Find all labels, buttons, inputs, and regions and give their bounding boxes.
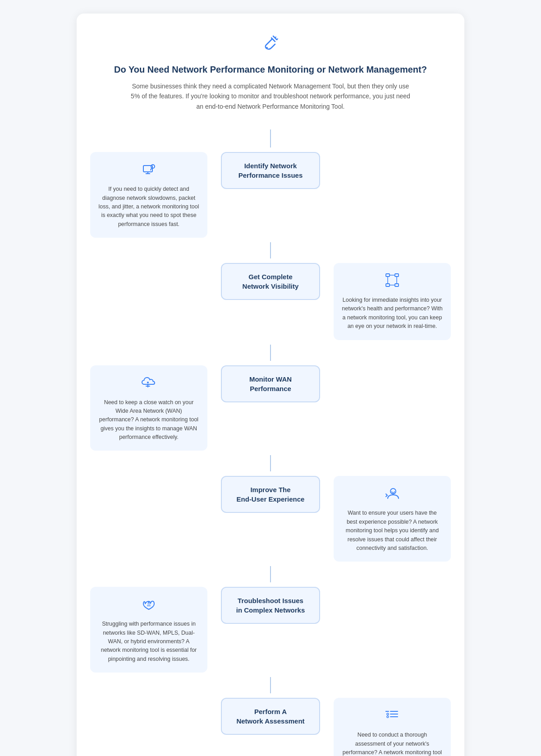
svg-point-23 — [387, 716, 389, 718]
svg-rect-8 — [395, 284, 399, 286]
box-enduser: Improve TheEnd-User Experience — [221, 476, 320, 513]
left-text-troubleshoot: Struggling with performance issues in ne… — [98, 620, 199, 664]
box-label-visibility: Get CompleteNetwork Visibility — [231, 272, 310, 291]
svg-rect-6 — [395, 274, 399, 277]
center-troubleshoot: Troubleshoot Issuesin Complex Networks — [221, 587, 320, 624]
center-identify: Identify NetworkPerformance Issues — [221, 152, 320, 189]
complex-network-icon — [141, 596, 157, 615]
box-label-assessment: Perform ANetwork Assessment — [231, 707, 310, 726]
center-wan: Monitor WANPerformance — [221, 365, 320, 402]
left-text-wan: Need to keep a close watch on your Wide … — [98, 398, 199, 442]
right-text-visibility: Looking for immediate insights into your… — [342, 296, 443, 331]
svg-point-0 — [266, 47, 268, 49]
svg-point-13 — [147, 382, 149, 383]
svg-point-15 — [148, 601, 150, 603]
box-wan: Monitor WANPerformance — [221, 365, 320, 402]
center-enduser: Improve TheEnd-User Experience — [221, 476, 320, 513]
row-enduser: Improve TheEnd-User Experience Want to e… — [90, 471, 451, 566]
box-identify: Identify NetworkPerformance Issues — [221, 152, 320, 189]
box-label-wan: Monitor WANPerformance — [231, 374, 310, 393]
right-card-assessment: Need to conduct a thorough assessment of… — [334, 698, 451, 756]
user-satisfaction-icon — [384, 485, 400, 504]
center-assessment: Perform ANetwork Assessment — [221, 698, 320, 735]
left-card-troubleshoot: Struggling with performance issues in ne… — [90, 587, 207, 673]
right-card-visibility: Looking for immediate insights into your… — [334, 263, 451, 340]
svg-rect-7 — [386, 284, 390, 286]
box-label-enduser: Improve TheEnd-User Experience — [231, 485, 310, 504]
person-monitor-icon — [141, 161, 157, 180]
svg-point-22 — [387, 713, 389, 715]
box-visibility: Get CompleteNetwork Visibility — [221, 263, 320, 300]
box-label-identify: Identify NetworkPerformance Issues — [231, 161, 310, 180]
left-card-wan: Need to keep a close watch on your Wide … — [90, 365, 207, 451]
right-text-enduser: Want to ensure your users have the best … — [342, 509, 443, 553]
box-troubleshoot: Troubleshoot Issuesin Complex Networks — [221, 587, 320, 624]
right-card-enduser: Want to ensure your users have the best … — [334, 476, 451, 562]
page-wrapper: Do You Need Network Performance Monitori… — [77, 14, 464, 756]
row-wan: Need to keep a close watch on your Wide … — [90, 361, 451, 456]
header-desc: Some businesses think they need a compli… — [131, 81, 410, 111]
row-identify: If you need to quickly detect and diagno… — [90, 148, 451, 242]
left-text-identify: If you need to quickly detect and diagno… — [98, 185, 199, 229]
box-label-troubleshoot: Troubleshoot Issuesin Complex Networks — [231, 596, 310, 615]
left-card-identify: If you need to quickly detect and diagno… — [90, 152, 207, 238]
svg-rect-5 — [386, 274, 390, 277]
center-visibility: Get CompleteNetwork Visibility — [221, 263, 320, 300]
box-assessment: Perform ANetwork Assessment — [221, 698, 320, 735]
row-visibility: Get CompleteNetwork Visibility Looking f… — [90, 258, 451, 345]
header-title: Do You Need Network Performance Monitori… — [90, 65, 451, 75]
right-text-assessment: Need to conduct a thorough assessment of… — [342, 731, 443, 756]
network-diagram-icon — [384, 272, 400, 291]
assessment-list-icon — [384, 707, 400, 726]
row-troubleshoot: Struggling with performance issues in ne… — [90, 582, 451, 677]
cloud-monitor-icon — [141, 374, 157, 394]
header-section: Do You Need Network Performance Monitori… — [90, 32, 451, 111]
header-icon — [90, 32, 451, 57]
row-assessment: Perform ANetwork Assessment Need to cond… — [90, 693, 451, 756]
